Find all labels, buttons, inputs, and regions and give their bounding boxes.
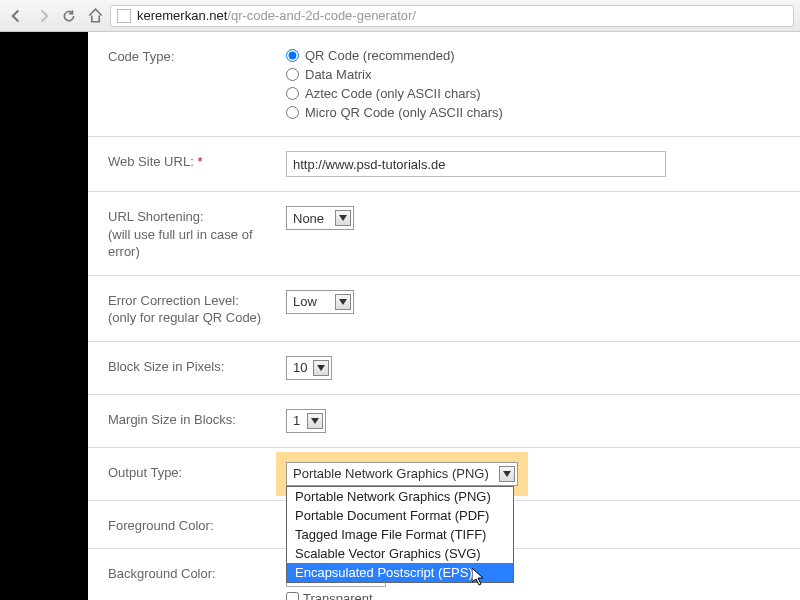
label-margin-size: Margin Size in Blocks: — [108, 409, 286, 429]
transparent-checkbox[interactable] — [286, 592, 299, 600]
output-type-select[interactable]: Portable Network Graphics (PNG) — [286, 462, 518, 486]
transparent-label: Transparent — [303, 591, 373, 600]
label-foreground-color: Foreground Color: — [108, 515, 286, 535]
url-path: /qr-code-and-2d-code-generator/ — [227, 8, 416, 23]
chevron-down-icon — [335, 210, 351, 226]
label-background-color: Background Color: — [108, 563, 286, 583]
label-output-type: Output Type: — [108, 462, 286, 482]
radio-label: Data Matrix — [305, 67, 371, 82]
margin-size-select[interactable]: 1 — [286, 409, 326, 433]
radio-label: QR Code (recommended) — [305, 48, 455, 63]
url-shortening-select[interactable]: None — [286, 206, 354, 230]
chevron-down-icon — [499, 466, 515, 482]
radio-input[interactable] — [286, 106, 299, 119]
label-block-size: Block Size in Pixels: — [108, 356, 286, 376]
label-url-shortening: URL Shortening: — [108, 209, 204, 224]
radio-input[interactable] — [286, 49, 299, 62]
chevron-down-icon — [313, 360, 329, 376]
radio-label: Aztec Code (only ASCII chars) — [305, 86, 481, 101]
code-type-option[interactable]: Aztec Code (only ASCII chars) — [286, 84, 782, 102]
back-button[interactable] — [6, 5, 28, 27]
output-type-option[interactable]: Encapsulated Postscript (EPS) — [287, 563, 513, 582]
label-code-type: Code Type: — [108, 46, 286, 66]
sublabel-error-correction: (only for regular QR Code) — [108, 310, 261, 325]
url-host: keremerkan.net — [137, 8, 227, 23]
code-type-option[interactable]: Data Matrix — [286, 65, 782, 83]
left-sidebar-blackout — [0, 32, 88, 600]
browser-toolbar: keremerkan.net/qr-code-and-2d-code-gener… — [0, 0, 800, 32]
output-type-option[interactable]: Portable Network Graphics (PNG) — [287, 487, 513, 506]
radio-input[interactable] — [286, 87, 299, 100]
block-size-select[interactable]: 10 — [286, 356, 332, 380]
website-url-input[interactable] — [286, 151, 666, 177]
label-error-correction: Error Correction Level: — [108, 293, 239, 308]
output-type-dropdown[interactable]: Portable Network Graphics (PNG)Portable … — [286, 486, 514, 583]
sublabel-url-shortening: (will use full url in case of error) — [108, 227, 253, 260]
required-marker: * — [197, 154, 202, 169]
reload-button[interactable] — [58, 5, 80, 27]
output-type-option[interactable]: Portable Document Format (PDF) — [287, 506, 513, 525]
code-type-option[interactable]: Micro QR Code (only ASCII chars) — [286, 103, 782, 121]
output-type-option[interactable]: Scalable Vector Graphics (SVG) — [287, 544, 513, 563]
error-correction-select[interactable]: Low — [286, 290, 354, 314]
output-type-option[interactable]: Tagged Image File Format (TIFF) — [287, 525, 513, 544]
radio-label: Micro QR Code (only ASCII chars) — [305, 105, 503, 120]
code-type-option[interactable]: QR Code (recommended) — [286, 46, 782, 64]
radio-input[interactable] — [286, 68, 299, 81]
form-panel: Code Type: QR Code (recommended)Data Mat… — [88, 32, 800, 600]
page-icon — [117, 9, 131, 23]
home-button[interactable] — [84, 5, 106, 27]
chevron-down-icon — [307, 413, 323, 429]
forward-button[interactable] — [32, 5, 54, 27]
address-bar[interactable]: keremerkan.net/qr-code-and-2d-code-gener… — [110, 5, 794, 27]
label-website-url: Web Site URL: — [108, 154, 194, 169]
chevron-down-icon — [335, 294, 351, 310]
